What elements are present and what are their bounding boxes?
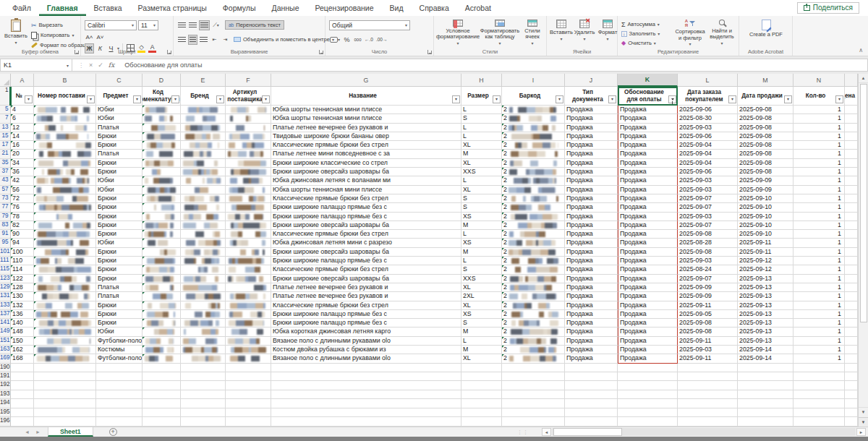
cell-N101[interactable]: 1 xyxy=(793,248,845,257)
ribbon-tab-7[interactable]: Вид xyxy=(382,0,412,16)
cell-F77[interactable] xyxy=(226,203,271,212)
row-number-21[interactable]: 21 xyxy=(0,150,11,158)
cell-B101[interactable] xyxy=(34,248,96,257)
name-box[interactable]: K1 ▾ xyxy=(0,59,72,72)
cell-K7[interactable]: Продажа xyxy=(618,114,678,123)
cell-F111[interactable] xyxy=(226,257,271,265)
cell-G196[interactable] xyxy=(271,417,461,426)
cell-G190[interactable] xyxy=(271,364,461,372)
header-cell-G[interactable]: Название▾ xyxy=(271,87,461,106)
cell-N35[interactable]: 1 xyxy=(793,159,845,168)
header-cell-J[interactable]: Тип документа▾ xyxy=(565,87,618,106)
cell-N79[interactable]: 1 xyxy=(793,213,845,221)
row-number-15[interactable]: 15 xyxy=(0,132,11,141)
cell-E101[interactable] xyxy=(181,248,226,257)
cell-K35[interactable]: Продажа xyxy=(618,159,678,168)
cell-F57[interactable] xyxy=(226,186,271,194)
scroll-up-icon[interactable]: ▲ xyxy=(859,74,868,83)
cell-partial131[interactable] xyxy=(845,292,858,301)
filter-dropdown-button[interactable]: ▾ xyxy=(262,95,270,103)
cell-H196[interactable] xyxy=(461,417,502,426)
cell-partial133[interactable] xyxy=(845,301,858,310)
header-cell-A[interactable]: №▾ xyxy=(11,87,34,106)
cell-N37[interactable]: 1 xyxy=(793,168,845,176)
cell-D163[interactable] xyxy=(142,346,181,354)
cell-J95[interactable]: Продажа xyxy=(565,239,618,247)
cell-C129[interactable]: Платья xyxy=(96,283,142,292)
cell-M190[interactable] xyxy=(738,364,793,372)
row-number-101[interactable]: 101 xyxy=(0,248,11,257)
cell-H5[interactable]: L xyxy=(461,106,502,114)
cell-H194[interactable] xyxy=(461,399,502,408)
cell-D115[interactable] xyxy=(142,265,181,274)
cell-J192[interactable] xyxy=(565,381,618,390)
select-all-corner[interactable] xyxy=(0,74,11,87)
cell-B169[interactable] xyxy=(34,354,96,363)
cell-partial95[interactable] xyxy=(845,239,858,247)
cell-partial115[interactable] xyxy=(845,265,858,274)
row-number-111[interactable]: 111 xyxy=(0,257,11,265)
cell-G133[interactable]: Классические прямые брюки без стрел xyxy=(271,301,461,310)
row-number-57[interactable]: 57 xyxy=(0,186,11,194)
cell-H151[interactable]: L xyxy=(461,337,502,346)
cell-A95[interactable]: 94 xyxy=(11,239,34,247)
cell-B37[interactable] xyxy=(34,168,96,176)
cell-C57[interactable]: Юбки xyxy=(96,186,142,194)
cell-N5[interactable]: 1 xyxy=(793,106,845,114)
cell-L15[interactable]: 2025-09-06 xyxy=(678,132,738,141)
orientation-button[interactable]: ⟋▾ xyxy=(211,20,221,30)
cell-partial91[interactable] xyxy=(845,230,858,239)
cell-H13[interactable]: L xyxy=(461,124,502,132)
align-bottom-button[interactable] xyxy=(199,20,210,30)
cell-F141[interactable] xyxy=(226,319,271,327)
cell-F35[interactable] xyxy=(226,159,271,168)
column-letter-N[interactable]: N xyxy=(793,74,845,87)
cell-partial83[interactable] xyxy=(845,221,858,230)
cell-M192[interactable] xyxy=(738,381,793,390)
cell-H35[interactable]: XL xyxy=(461,159,502,168)
cell-D43[interactable] xyxy=(142,176,181,185)
cell-K95[interactable]: Продажа xyxy=(618,239,678,247)
cell-L7[interactable]: 2025-08-30 xyxy=(678,114,738,123)
column-letter-G[interactable]: G xyxy=(271,74,461,87)
cell-J151[interactable]: Продажа xyxy=(565,337,618,346)
filter-dropdown-button[interactable]: ▾ xyxy=(25,95,33,103)
cell-M151[interactable]: 2025-09-13 xyxy=(738,337,793,346)
cell-I141[interactable]: 2 xyxy=(502,319,565,327)
cell-J123[interactable]: Продажа xyxy=(565,275,618,283)
cell-C191[interactable] xyxy=(96,372,142,381)
cell-I129[interactable]: 2 xyxy=(502,283,565,292)
cell-A141[interactable]: 140 xyxy=(11,319,34,327)
row-number-129[interactable]: 129 xyxy=(0,283,11,292)
cell-H79[interactable]: XS xyxy=(461,213,502,221)
ribbon-tab-4[interactable]: Формулы xyxy=(215,0,264,16)
cell-K5[interactable]: Продажа xyxy=(618,106,678,114)
cell-N194[interactable] xyxy=(793,399,845,408)
cell-D149[interactable] xyxy=(142,327,181,336)
copy-button[interactable]: Копировать▾ xyxy=(31,30,88,40)
cell-I194[interactable] xyxy=(502,399,565,408)
cell-A169[interactable]: 168 xyxy=(11,354,34,363)
cell-H101[interactable]: M xyxy=(461,248,502,257)
cell-G35[interactable]: Брюки широкие классические со стрел xyxy=(271,159,461,168)
cell-A115[interactable]: 114 xyxy=(11,265,34,274)
cell-B131[interactable] xyxy=(34,292,96,301)
row-number-77[interactable]: 77 xyxy=(0,203,11,212)
cell-H195[interactable] xyxy=(461,408,502,417)
cell-D83[interactable] xyxy=(142,221,181,230)
cell-J7[interactable]: Продажа xyxy=(565,114,618,123)
cell-partial73[interactable] xyxy=(845,194,858,203)
cell-D195[interactable] xyxy=(142,408,181,417)
cell-F17[interactable] xyxy=(226,141,271,150)
cell-H73[interactable]: S xyxy=(461,194,502,203)
cell-D192[interactable] xyxy=(142,381,181,390)
cell-A193[interactable] xyxy=(11,390,34,399)
column-letter-C[interactable]: C xyxy=(96,74,142,87)
cell-C7[interactable]: Юбки xyxy=(96,114,142,123)
cell-partial77[interactable] xyxy=(845,203,858,212)
cell-C141[interactable]: Брюки xyxy=(96,319,142,327)
cell-H43[interactable]: L xyxy=(461,176,502,185)
cell-H83[interactable]: M xyxy=(461,221,502,230)
cell-B192[interactable] xyxy=(34,381,96,390)
cell-E5[interactable] xyxy=(181,106,226,114)
